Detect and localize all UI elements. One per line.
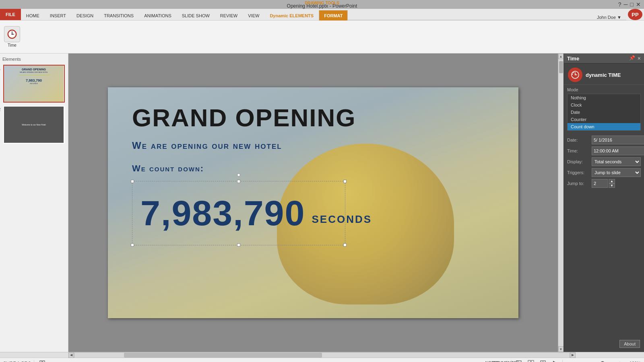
panel-title: Time xyxy=(567,56,579,62)
handle-br xyxy=(343,243,347,247)
close-icon[interactable]: ✕ xyxy=(636,1,641,8)
mode-clock[interactable]: Clock xyxy=(568,101,640,109)
spinner-up[interactable]: ▲ xyxy=(609,179,615,183)
tab-insert[interactable]: INSERT xyxy=(45,10,71,21)
svg-rect-10 xyxy=(43,361,45,362)
svg-rect-19 xyxy=(516,361,518,362)
triggers-select[interactable]: Jump to slide None Play sound xyxy=(592,168,641,177)
handle-tc xyxy=(237,180,240,183)
presentation-icon xyxy=(552,360,558,362)
thumb1-title: GRAND OPENING xyxy=(4,66,64,71)
display-select[interactable]: Total seconds HH:MM:SS Days xyxy=(592,157,641,166)
status-left: SLIDE 1 OF 2 xyxy=(3,359,484,362)
help-icon[interactable]: ? xyxy=(618,1,621,8)
mode-label: Mode xyxy=(567,87,641,92)
slide-content: GRAND OPENING We are opening our new hot… xyxy=(108,87,518,318)
presentation-button[interactable] xyxy=(550,359,560,362)
thumb1-sub: WE ARE OPENING OUR NEW HOTEL xyxy=(4,71,64,73)
scroll-track[interactable] xyxy=(558,59,564,346)
date-row: Date: 📅 xyxy=(567,136,641,144)
tab-animations[interactable]: ANIMATIONS xyxy=(139,10,177,21)
time-button[interactable] xyxy=(4,26,20,42)
mode-countdown[interactable]: Count down xyxy=(568,123,640,130)
slide-thumb-2[interactable]: 2 Welcome to our New Hotel xyxy=(3,106,65,144)
tab-home[interactable]: HOME xyxy=(21,10,45,21)
mode-nothing[interactable]: Nothing xyxy=(568,94,640,101)
thumb1-unit: SECONDS xyxy=(4,82,64,84)
minimize-icon[interactable]: ─ xyxy=(624,1,628,8)
svg-point-8 xyxy=(575,74,576,75)
tab-format[interactable]: FORMAT xyxy=(319,10,348,21)
panel-elements-label: Elements xyxy=(0,56,68,63)
ribbon: FILE HOME INSERT DESIGN TRANSITIONS ANIM… xyxy=(0,9,644,53)
h-scroll-thumb[interactable] xyxy=(124,353,322,358)
window-controls: ? ─ □ ✕ xyxy=(618,1,641,8)
time-label: Time xyxy=(8,43,17,47)
spinner-down[interactable]: ▼ xyxy=(609,183,615,188)
tab-file[interactable]: FILE xyxy=(0,9,21,20)
scroll-thumb[interactable] xyxy=(559,61,563,73)
time-input[interactable] xyxy=(592,146,644,155)
tab-design[interactable]: DESIGN xyxy=(71,10,99,21)
tab-view[interactable]: VIEW xyxy=(243,10,264,21)
vertical-scrollbar[interactable]: ▲ ▼ xyxy=(558,53,564,352)
date-section: Date: 📅 Time: ⏰ Display: Total seconds xyxy=(564,133,644,192)
slide-number-2: 2 xyxy=(0,107,1,112)
horizontal-scrollbar[interactable] xyxy=(74,352,570,358)
triggers-label: Triggers: xyxy=(567,170,589,175)
status-sep-2 xyxy=(511,360,512,362)
slide-counter-box[interactable]: 7,983,790 SECONDS xyxy=(132,181,345,245)
dynamic-time-icon xyxy=(568,68,582,82)
drawing-tools-label: DRAWING TOOLS xyxy=(305,0,339,5)
zoom-level: 106% xyxy=(627,361,641,362)
mode-date[interactable]: Date xyxy=(568,109,640,116)
tab-transitions[interactable]: TRANSITIONS xyxy=(99,10,139,21)
user-avatar[interactable]: PP xyxy=(628,9,642,20)
zoom-out-button[interactable]: − xyxy=(565,359,575,362)
mode-section: Mode Nothing Clock Date Counter Count do… xyxy=(564,85,644,133)
panel-pin-icon[interactable]: 📌 xyxy=(629,55,635,62)
slide-title: GRAND OPENING xyxy=(132,103,494,132)
ribbon-tab-bar: FILE HOME INSERT DESIGN TRANSITIONS ANIM… xyxy=(0,9,644,20)
horizontal-scrollbar-container: ◀ ▶ xyxy=(0,352,644,358)
date-label: Date: xyxy=(567,138,589,142)
reading-view-icon xyxy=(540,360,546,362)
time-icon xyxy=(6,29,18,40)
dynamic-time-header: dynamic TIME xyxy=(564,64,644,85)
tab-review[interactable]: REVIEW xyxy=(215,10,243,21)
time-input-group: ⏰ xyxy=(592,146,644,155)
reading-view-button[interactable] xyxy=(538,359,548,362)
slide-canvas[interactable]: GRAND OPENING We are opening our new hot… xyxy=(108,87,518,318)
maximize-icon[interactable]: □ xyxy=(630,1,634,8)
slide-number-1: 1 xyxy=(0,66,1,71)
comments-button[interactable]: COMMENTS xyxy=(499,359,509,362)
slide-2-preview: Welcome to our New Hotel xyxy=(4,107,64,143)
jump-to-input[interactable] xyxy=(592,179,608,188)
tab-dynamic-elements[interactable]: Dynamic ELEMENTS xyxy=(264,10,319,21)
normal-view-button[interactable] xyxy=(514,359,524,362)
slide-1-preview: GRAND OPENING WE ARE OPENING OUR NEW HOT… xyxy=(4,66,64,102)
panel-close-button[interactable]: × xyxy=(638,55,641,62)
jump-to-label: Jump to: xyxy=(567,181,589,186)
mode-counter[interactable]: Counter xyxy=(568,116,640,123)
panel-header: Time 📌 × xyxy=(564,53,644,64)
svg-rect-20 xyxy=(528,360,530,362)
rotation-handle[interactable] xyxy=(237,173,240,177)
svg-marker-26 xyxy=(553,361,557,362)
right-panel: Time 📌 × dynamic TIME Mode xyxy=(564,53,644,352)
fit-icon-button[interactable] xyxy=(37,359,47,362)
scroll-right-arrow[interactable]: ▶ xyxy=(570,352,576,358)
status-sep-3 xyxy=(562,360,563,362)
scroll-left-arrow[interactable]: ◀ xyxy=(68,352,74,358)
slide-thumb-1[interactable]: 1 GRAND OPENING WE ARE OPENING OUR NEW H… xyxy=(3,65,65,103)
date-input[interactable] xyxy=(592,136,644,144)
about-button[interactable]: About xyxy=(619,340,640,348)
triggers-row: Triggers: Jump to slide None Play sound xyxy=(567,168,641,177)
scroll-down-arrow[interactable]: ▼ xyxy=(558,346,564,352)
main-area: Elements 1 GRAND OPENING WE ARE OPENING … xyxy=(0,53,644,352)
zoom-in-button[interactable]: + xyxy=(615,359,625,362)
tab-slideshow[interactable]: SLIDE SHOW xyxy=(177,10,215,21)
scroll-up-arrow[interactable]: ▲ xyxy=(558,53,564,59)
jump-to-spinner: ▲ ▼ xyxy=(609,179,615,188)
slide-sorter-button[interactable] xyxy=(526,359,536,362)
